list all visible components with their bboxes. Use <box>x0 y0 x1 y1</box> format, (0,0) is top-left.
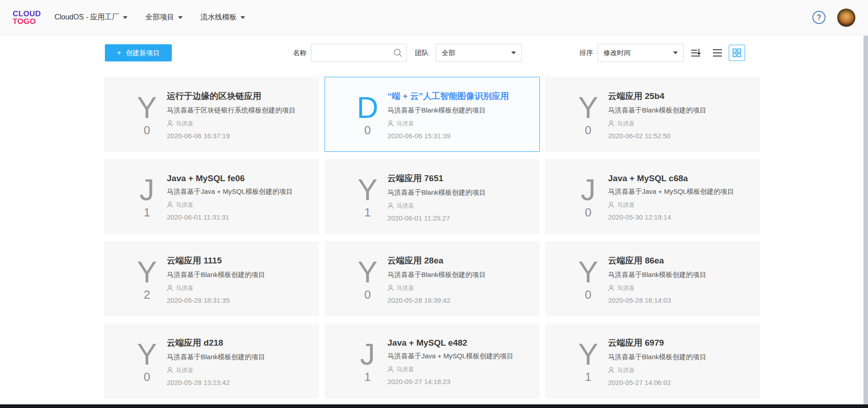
project-title[interactable]: 云端应用 d218 <box>167 337 308 349</box>
project-count: 1 <box>585 371 591 383</box>
project-card[interactable]: Y 1 云端应用 7651 马洪喜基于Blank模板创建的项目 马洪喜 2020… <box>325 159 540 234</box>
project-description: 马洪喜基于Blank模板创建的项目 <box>608 106 749 115</box>
project-info: 云端应用 1115 马洪喜基于Blank模板创建的项目 马洪喜 2020-05-… <box>167 254 319 304</box>
person-icon <box>608 285 614 291</box>
project-count: 1 <box>364 371 371 383</box>
list-view-icon <box>712 48 722 57</box>
project-card[interactable]: D 0 “端 + 云”人工智能图像识别应用 马洪喜基于Blank模板创建的项目 … <box>325 77 540 152</box>
project-count: 0 <box>585 124 591 136</box>
help-glyph: ? <box>817 14 821 22</box>
project-letter: D <box>357 93 378 122</box>
project-owner-row: 马洪喜 <box>608 366 749 375</box>
project-owner-row: 马洪喜 <box>608 284 749 292</box>
project-title[interactable]: 云端应用 25b4 <box>608 90 749 102</box>
project-title[interactable]: 运行于边缘的区块链应用 <box>167 90 308 102</box>
project-description: 马洪喜基于Blank模板创建的项目 <box>387 271 528 279</box>
person-icon <box>167 285 173 291</box>
project-modified-time: 2020-05-28 16:14:03 <box>608 296 749 304</box>
project-info: 云端应用 28ea 马洪喜基于Blank模板创建的项目 马洪喜 2020-05-… <box>387 254 539 304</box>
person-icon <box>387 366 394 373</box>
sort-descending-icon <box>690 47 702 59</box>
project-letter-block: Y 1 <box>348 175 387 218</box>
project-info: Java + MySQL c68a 马洪喜基于Java + MySQL模板创建的… <box>608 173 760 221</box>
cloudtogo-logo[interactable]: CLOUD TOGO <box>13 10 41 25</box>
user-avatar[interactable] <box>837 9 855 27</box>
project-letter: J <box>140 175 155 205</box>
sort-select[interactable]: 修改时间 <box>598 44 684 62</box>
project-owner-name: 马洪喜 <box>617 366 635 375</box>
project-title[interactable]: Java + MySQL fe06 <box>167 174 308 183</box>
project-card[interactable]: J 0 Java + MySQL c68a 马洪喜基于Java + MySQL模… <box>545 159 760 234</box>
nav-all-projects[interactable]: 全部项目 <box>146 13 183 22</box>
nav-pipeline-templates-label: 流水线模板 <box>201 13 237 22</box>
project-owner-name: 马洪喜 <box>617 201 635 209</box>
project-letter: Y <box>358 175 377 205</box>
project-title[interactable]: Java + MySQL e482 <box>387 338 528 348</box>
team-label: 团队 <box>415 49 429 57</box>
project-letter: Y <box>578 257 598 287</box>
project-card[interactable]: Y 2 云端应用 1115 马洪喜基于Blank模板创建的项目 马洪喜 2020… <box>104 241 319 316</box>
project-letter-block: D 0 <box>348 93 387 136</box>
sort-selected-value: 修改时间 <box>604 49 631 57</box>
project-letter-block: Y 0 <box>568 257 608 300</box>
project-title[interactable]: 云端应用 1115 <box>167 255 308 267</box>
person-icon <box>387 285 394 291</box>
project-title[interactable]: “端 + 云”人工智能图像识别应用 <box>387 90 528 102</box>
project-description: 马洪喜基于Java + MySQL模板创建的项目 <box>387 352 528 361</box>
nav-cloudos-app-factory[interactable]: CloudOS - 应用工厂 <box>54 13 127 22</box>
person-icon <box>608 202 614 208</box>
project-title[interactable]: 云端应用 7651 <box>387 173 528 184</box>
project-count: 1 <box>144 206 150 218</box>
project-modified-time: 2020-06-02 11:52:50 <box>608 132 749 140</box>
project-title[interactable]: 云端应用 28ea <box>387 255 528 267</box>
project-modified-time: 2020-06-01 11:25:27 <box>387 214 528 222</box>
project-count: 0 <box>364 124 371 136</box>
project-card[interactable]: J 1 Java + MySQL fe06 马洪喜基于Java + MySQL模… <box>104 159 319 234</box>
project-owner-name: 马洪喜 <box>396 284 414 292</box>
logo-line1: CLOUD <box>13 10 41 18</box>
project-card[interactable]: Y 0 云端应用 25b4 马洪喜基于Blank模板创建的项目 马洪喜 2020… <box>545 77 760 152</box>
vertical-scrollbar[interactable] <box>863 36 868 404</box>
nav-cloudos-label: CloudOS - 应用工厂 <box>54 13 119 22</box>
project-title[interactable]: 云端应用 86ea <box>608 255 749 267</box>
project-info: 云端应用 6979 马洪喜基于Blank模板创建的项目 马洪喜 2020-05-… <box>608 336 760 386</box>
project-card[interactable]: Y 1 云端应用 6979 马洪喜基于Blank模板创建的项目 马洪喜 2020… <box>545 324 760 399</box>
top-header: CLOUD TOGO CloudOS - 应用工厂 全部项目 流水线模板 ? <box>0 0 868 35</box>
grid-view-button[interactable] <box>729 45 745 61</box>
project-letter: J <box>360 339 375 369</box>
project-count: 0 <box>585 206 591 218</box>
nav-pipeline-templates[interactable]: 流水线模板 <box>201 13 245 22</box>
project-owner-name: 马洪喜 <box>396 366 414 374</box>
project-owner-row: 马洪喜 <box>387 366 528 374</box>
project-letter: Y <box>578 339 598 369</box>
project-card[interactable]: Y 0 云端应用 28ea 马洪喜基于Blank模板创建的项目 马洪喜 2020… <box>325 241 540 316</box>
project-card[interactable]: Y 0 运行于边缘的区块链应用 马洪喜基于区块链银行系统模板创建的项目 马洪喜 … <box>104 77 319 152</box>
project-card[interactable]: J 1 Java + MySQL e482 马洪喜基于Java + MySQL模… <box>325 324 540 399</box>
team-select[interactable]: 全部 <box>436 44 522 62</box>
project-owner-name: 马洪喜 <box>396 120 414 128</box>
help-icon[interactable]: ? <box>812 11 826 24</box>
list-view-button[interactable] <box>712 48 722 57</box>
grid-view-icon <box>732 48 741 57</box>
project-letter-block: Y 0 <box>348 257 387 300</box>
project-letter: Y <box>137 339 157 369</box>
project-letter: Y <box>137 257 157 287</box>
project-title[interactable]: Java + MySQL c68a <box>608 174 749 183</box>
search-icon[interactable] <box>393 48 403 58</box>
project-card[interactable]: Y 0 云端应用 86ea 马洪喜基于Blank模板创建的项目 马洪喜 2020… <box>545 241 760 316</box>
project-title[interactable]: 云端应用 6979 <box>608 337 749 349</box>
project-letter: Y <box>137 93 157 122</box>
project-description: 马洪喜基于Java + MySQL模板创建的项目 <box>608 188 749 196</box>
project-owner-row: 马洪喜 <box>167 284 308 292</box>
project-card[interactable]: Y 0 云端应用 d218 马洪喜基于Blank模板创建的项目 马洪喜 2020… <box>104 324 319 399</box>
project-owner-name: 马洪喜 <box>176 366 193 375</box>
sort-direction-button[interactable] <box>690 47 702 59</box>
create-project-button[interactable]: + 创建新项目 <box>105 44 172 61</box>
sort-label: 排序 <box>580 49 593 57</box>
project-grid: Y 0 运行于边缘的区块链应用 马洪喜基于区块链银行系统模板创建的项目 马洪喜 … <box>104 77 760 399</box>
search-input[interactable] <box>316 49 393 56</box>
project-owner-row: 马洪喜 <box>387 202 528 210</box>
project-info: 云端应用 86ea 马洪喜基于Blank模板创建的项目 马洪喜 2020-05-… <box>608 254 760 304</box>
person-icon <box>167 202 173 208</box>
team-selected-value: 全部 <box>442 49 455 57</box>
